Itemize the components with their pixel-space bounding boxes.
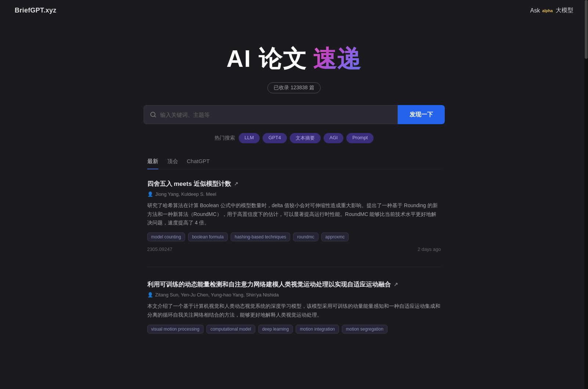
paper-tag[interactable]: boolean formula	[188, 233, 228, 241]
external-link-icon: ↗	[234, 180, 238, 188]
time-ago: 2 days ago	[418, 246, 441, 252]
logo: BriefGPT.xyz	[15, 7, 57, 14]
svg-line-1	[154, 116, 155, 117]
search-button[interactable]: 发现一下	[398, 105, 445, 124]
author-icon: 👤	[147, 191, 153, 197]
papers-container: 四舍五入 meets 近似模型计数↗👤 Jiong Yang, Kuldeep …	[147, 180, 441, 334]
header: BriefGPT.xyz Ask alpha 大模型	[0, 0, 588, 21]
hero-title-static: AI 论文	[227, 43, 307, 75]
author-icon: 👤	[147, 292, 153, 298]
hot-tag[interactable]: AGI	[324, 133, 343, 143]
paper-tags: model countingboolean formulahashing-bas…	[147, 233, 441, 241]
paper-tag[interactable]: motion segregation	[342, 325, 387, 334]
hero-title-accent: 速递	[313, 43, 361, 75]
paper-tag[interactable]: visual motion processing	[147, 325, 203, 334]
hot-tag[interactable]: Prompt	[346, 133, 374, 143]
paper-card: 利用可训练的动态能量检测和自注意力网络建模人类视觉运动处理以实现自适应运动融合↗…	[147, 280, 441, 333]
paper-tag[interactable]: computational model	[206, 325, 255, 334]
paper-tag[interactable]: hashing-based techniques	[231, 233, 290, 241]
paper-tag[interactable]: model counting	[147, 233, 185, 241]
paper-authors: 👤 Zitang Sun, Yen-Ju Chen, Yung-hao Yang…	[147, 292, 441, 298]
tabs-bar: 最新顶会ChatGPT	[147, 158, 441, 169]
paper-tags: visual motion processingcomputational mo…	[147, 325, 441, 334]
paper-tag[interactable]: approxmc	[321, 233, 349, 241]
paper-authors: 👤 Jiong Yang, Kuldeep S. Meel	[147, 191, 441, 197]
header-right: Ask alpha 大模型	[530, 7, 573, 14]
paper-divider	[147, 267, 441, 267]
scrollbar-track	[584, 0, 588, 389]
ask-label: Ask	[530, 7, 540, 14]
paper-tag[interactable]: deep learning	[258, 325, 293, 334]
hot-search-bar: 热门搜索 LLMGPT4文本摘要AGIPrompt	[214, 133, 374, 143]
dalamo-label: 大模型	[556, 7, 573, 14]
arxiv-id: 2305.09247	[147, 246, 173, 252]
search-container: 发现一下	[144, 105, 445, 124]
scrollbar-thumb[interactable]	[585, 0, 588, 59]
hot-tag[interactable]: GPT4	[263, 133, 287, 143]
paper-title[interactable]: 利用可训练的动态能量检测和自注意力网络建模人类视觉运动处理以实现自适应运动融合↗	[147, 280, 441, 289]
hot-tag[interactable]: LLM	[239, 133, 260, 143]
tab-ChatGPT[interactable]: ChatGPT	[187, 158, 210, 169]
paper-title[interactable]: 四舍五入 meets 近似模型计数↗	[147, 180, 441, 188]
paper-meta: 2305.092472 days ago	[147, 246, 441, 252]
tab-顶会[interactable]: 顶会	[167, 158, 178, 169]
hot-tag[interactable]: 文本摘要	[290, 133, 321, 143]
hero-title: AI 论文 速递	[227, 43, 362, 75]
paper-abstract: 本文介绍了一个基于计算机视觉和人类动态视觉系统的深度学习模型，该模型采用可训练的…	[147, 302, 441, 320]
paper-count-badge: 已收录 123838 篇	[267, 82, 321, 93]
paper-abstract: 研究了哈希算法在计算 Boolean 公式中的模型数量时，delta 值较小会对…	[147, 201, 441, 227]
alpha-badge: alpha	[542, 8, 553, 13]
paper-tag[interactable]: motion integration	[296, 325, 339, 334]
tab-最新[interactable]: 最新	[147, 158, 158, 169]
hero-section: AI 论文 速递 已收录 123838 篇 发现一下 热门搜索 LLMGPT4文…	[0, 21, 588, 158]
hot-search-label: 热门搜索	[214, 135, 235, 141]
search-input[interactable]	[160, 107, 392, 123]
hot-tags-container: LLMGPT4文本摘要AGIPrompt	[239, 133, 374, 143]
content-area: 最新顶会ChatGPT 四舍五入 meets 近似模型计数↗👤 Jiong Ya…	[133, 158, 456, 334]
paper-tag[interactable]: roundmc	[293, 233, 318, 241]
search-icon	[150, 111, 156, 118]
search-input-wrapper	[144, 105, 398, 124]
external-link-icon: ↗	[394, 281, 398, 288]
paper-card: 四舍五入 meets 近似模型计数↗👤 Jiong Yang, Kuldeep …	[147, 180, 441, 252]
